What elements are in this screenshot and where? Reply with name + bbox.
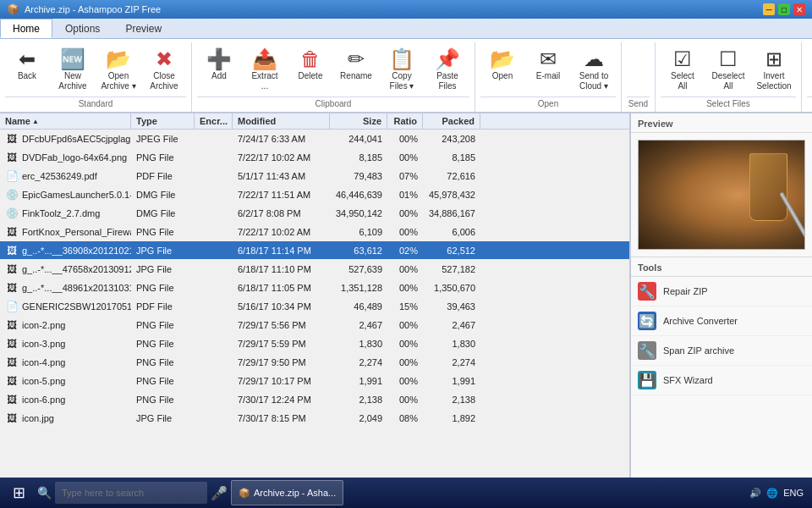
table-row[interactable]: 🖼 icon-4.png PNG File 7/29/17 9:50 PM 2,… bbox=[0, 353, 629, 372]
table-row[interactable]: 🖼 g_..-*...__47658x20130912... JPG File … bbox=[0, 260, 629, 279]
file-size-cell: 46,489 bbox=[330, 300, 387, 313]
table-row[interactable]: 🖼 DFcbUFpd6sAEC5cjpglage... JPEG File 7/… bbox=[0, 130, 629, 148]
file-modified-cell: 7/29/17 5:56 PM bbox=[233, 318, 330, 332]
file-name: GENERIC2SBW1201705160... bbox=[22, 301, 131, 312]
rename-icon: ✏ bbox=[348, 49, 365, 69]
file-name-cell: 🖼 icon-6.png bbox=[0, 391, 131, 408]
archive-converter-label: Archive Converter bbox=[663, 316, 738, 326]
table-row[interactable]: 🖼 g_..-*...__36908x20121021... JPG File … bbox=[0, 241, 629, 260]
minimize-button[interactable]: ─ bbox=[763, 3, 775, 15]
table-row[interactable]: 🖼 icon-5.png PNG File 7/29/17 10:17 PM 1… bbox=[0, 372, 629, 390]
new-archive-button[interactable]: 🆕 NewArchive bbox=[51, 46, 95, 95]
new-archive-icon: 🆕 bbox=[60, 49, 85, 69]
add-button[interactable]: ➕ Add bbox=[197, 46, 241, 85]
send-to-cloud-button[interactable]: ☁ Send toCloud ▾ bbox=[572, 46, 616, 95]
close-button[interactable]: ✕ bbox=[793, 3, 805, 15]
back-button[interactable]: ⬅ Back bbox=[5, 46, 49, 85]
ribbon-group-clipboard: ➕ Add 📤 Extract... 🗑 Delete ✏ Rename 📋 C… bbox=[192, 42, 475, 112]
file-modified-cell: 7/30/17 8:15 PM bbox=[233, 411, 330, 425]
col-header-name[interactable]: Name ▲ bbox=[0, 113, 131, 129]
file-type-cell: DMG File bbox=[131, 188, 195, 202]
file-size-cell: 63,612 bbox=[330, 244, 387, 257]
file-ratio-cell: 00% bbox=[387, 262, 423, 276]
deselect-all-button[interactable]: ☐ DeselectAll bbox=[706, 46, 750, 95]
file-ratio-cell: 00% bbox=[387, 337, 423, 351]
taskbar-search-input[interactable] bbox=[55, 482, 207, 504]
table-row[interactable]: 💿 EpicGamesLauncher5.0.1-3... DMG File 7… bbox=[0, 185, 629, 204]
taskbar-speaker-icon[interactable]: 🔊 bbox=[749, 488, 761, 499]
file-type-icon: 💿 bbox=[5, 188, 19, 202]
title-bar: 📦 Archive.zip - Ashampoo ZIP Free ─ □ ✕ bbox=[0, 0, 812, 19]
file-name: FinkToolz_2.7.dmg bbox=[22, 208, 100, 218]
close-archive-button[interactable]: ✖ CloseArchive bbox=[142, 46, 186, 95]
paste-files-button[interactable]: 📌 PasteFiles bbox=[425, 46, 469, 95]
file-modified-cell: 7/29/17 10:17 PM bbox=[233, 374, 330, 388]
table-row[interactable]: 🖼 g_..-*...__48961x20131031... PNG File … bbox=[0, 279, 629, 297]
copy-files-button[interactable]: 📋 CopyFiles ▾ bbox=[380, 46, 424, 95]
tab-preview[interactable]: Preview bbox=[112, 19, 174, 38]
file-packed-cell: 1,892 bbox=[423, 411, 480, 425]
taskbar-sys: 🔊 🌐 ENG bbox=[749, 488, 809, 499]
taskbar-search-icon: 🔍 bbox=[37, 486, 52, 500]
file-name-cell: 🖼 g_..-*...__47658x20130912... bbox=[0, 261, 131, 278]
file-modified-cell: 7/29/17 9:50 PM bbox=[233, 356, 330, 369]
col-header-modified[interactable]: Modified bbox=[233, 113, 330, 129]
table-row[interactable]: 🖼 icon-3.png PNG File 7/29/17 5:59 PM 1,… bbox=[0, 334, 629, 353]
table-row[interactable]: 🖼 FortKnox_Personal_Firewall-6... PNG Fi… bbox=[0, 223, 629, 241]
table-row[interactable]: 🖼 DVDFab_logo-64x64.png PNG File 7/22/17… bbox=[0, 148, 629, 167]
file-type-icon: 🖼 bbox=[5, 132, 19, 146]
file-modified-cell: 7/29/17 5:59 PM bbox=[233, 337, 330, 351]
close-archive-icon: ✖ bbox=[156, 49, 173, 69]
tab-home[interactable]: Home bbox=[0, 19, 52, 38]
file-packed-cell: 1,830 bbox=[423, 337, 480, 351]
file-type-icon: 💿 bbox=[5, 207, 19, 220]
file-packed-cell: 39,463 bbox=[423, 300, 480, 313]
select-all-button[interactable]: ☑ SelectAll bbox=[661, 46, 705, 95]
tool-sfx-wizard[interactable]: 💾 SFX Wizard bbox=[631, 366, 812, 395]
file-type-icon: 🖼 bbox=[5, 337, 19, 351]
file-packed-cell: 527,182 bbox=[423, 262, 480, 276]
invert-selection-button[interactable]: ⊞ InvertSelection bbox=[752, 46, 796, 95]
table-row[interactable]: 💿 FinkToolz_2.7.dmg DMG File 6/2/17 8:08… bbox=[0, 204, 629, 223]
standard-group-label: Standard bbox=[5, 97, 186, 112]
tool-archive-converter[interactable]: 🔄 Archive Converter bbox=[631, 306, 812, 336]
file-modified-cell: 6/18/17 11:05 PM bbox=[233, 281, 330, 295]
delete-button[interactable]: 🗑 Delete bbox=[288, 46, 332, 85]
rename-button[interactable]: ✏ Rename bbox=[334, 46, 378, 85]
table-row[interactable]: 🖼 icon-2.png PNG File 7/29/17 5:56 PM 2,… bbox=[0, 316, 629, 334]
open-buttons: 📂 Open ✉ E-mail ☁ Send toCloud ▾ bbox=[480, 42, 616, 97]
tab-options[interactable]: Options bbox=[52, 19, 112, 38]
tool-repair-zip[interactable]: 🔧 Repair ZIP bbox=[631, 277, 812, 306]
maximize-button[interactable]: □ bbox=[778, 3, 790, 15]
tool-span-zip[interactable]: 🔧 Span ZIP archive bbox=[631, 336, 812, 366]
ribbon-group-send: Send bbox=[622, 42, 656, 112]
open-archive-button[interactable]: 📂 OpenArchive ▾ bbox=[96, 46, 140, 95]
file-type-icon: 🖼 bbox=[5, 262, 19, 276]
col-header-type[interactable]: Type bbox=[131, 113, 195, 129]
back-icon: ⬅ bbox=[19, 49, 36, 69]
file-type-icon: 🖼 bbox=[5, 393, 19, 406]
col-header-packed[interactable]: Packed bbox=[423, 113, 480, 129]
help-button[interactable]: ❓ Help bbox=[807, 46, 812, 85]
open-button[interactable]: 📂 Open bbox=[480, 46, 524, 85]
tools-list: 🔧 Repair ZIP 🔄 Archive Converter 🔧 Span … bbox=[631, 277, 812, 395]
table-row[interactable]: 📄 erc_42536249.pdf PDF File 5/1/17 11:43… bbox=[0, 167, 629, 185]
start-button[interactable]: ⊞ bbox=[3, 480, 34, 505]
extract-button[interactable]: 📤 Extract... bbox=[243, 46, 287, 95]
table-row[interactable]: 🖼 icon.jpg JPG File 7/30/17 8:15 PM 2,04… bbox=[0, 409, 629, 428]
taskbar-mic-icon[interactable]: 🎤 bbox=[211, 485, 228, 501]
open-icon: 📂 bbox=[490, 49, 515, 69]
file-size-cell: 2,274 bbox=[330, 356, 387, 369]
table-row[interactable]: 📄 GENERIC2SBW1201705160... PDF File 5/16… bbox=[0, 297, 629, 316]
taskbar-app-button[interactable]: 📦 Archive.zip - Asha... bbox=[231, 480, 343, 505]
col-header-encr[interactable]: Encr... bbox=[195, 113, 233, 129]
email-button[interactable]: ✉ E-mail bbox=[526, 46, 570, 85]
table-row[interactable]: 🖼 icon-6.png PNG File 7/30/17 12:24 PM 2… bbox=[0, 390, 629, 409]
col-header-size[interactable]: Size bbox=[330, 113, 387, 129]
col-header-ratio[interactable]: Ratio bbox=[387, 113, 423, 129]
help-group-label: Help bbox=[807, 97, 812, 112]
file-ratio-cell: 00% bbox=[387, 281, 423, 295]
taskbar-network-icon[interactable]: 🌐 bbox=[766, 488, 778, 499]
file-ratio-cell: 02% bbox=[387, 244, 423, 257]
email-icon: ✉ bbox=[540, 49, 557, 69]
